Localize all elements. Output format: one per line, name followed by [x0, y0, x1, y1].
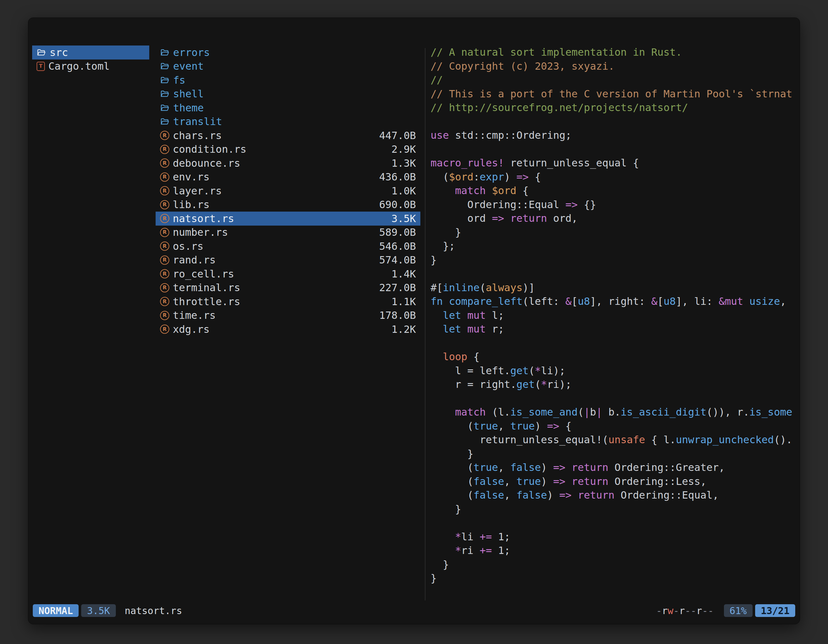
file-label: chars.rs: [173, 130, 222, 142]
file-label: number.rs: [173, 226, 228, 238]
rust-file-icon: R: [160, 214, 169, 223]
file-row-fs[interactable]: fs: [155, 73, 420, 87]
rust-file-icon: R: [160, 241, 169, 251]
code-line-25: r = right.get(*ri);: [431, 378, 800, 392]
toml-file-icon: T: [37, 62, 45, 71]
code-line-32: (false, true) => return Ordering::Less,: [431, 475, 800, 489]
code-line-5: // http://sourcefrog.net/projects/natsor…: [431, 101, 800, 115]
file-label: event: [173, 60, 204, 72]
code-line-24: l = left.get(*li);: [431, 364, 800, 378]
code-line-18: #[inline(always)]: [431, 281, 800, 295]
mode-badge: NORMAL: [33, 604, 78, 617]
code-line-11: match $ord {: [431, 184, 800, 198]
file-row-errors[interactable]: errors: [155, 45, 420, 60]
file-row-xdg.rs[interactable]: Rxdg.rs1.2K: [155, 322, 420, 336]
rust-file-icon: R: [160, 172, 169, 182]
cursor-position-badge: 13/21: [755, 604, 795, 617]
file-row-debounce.rs[interactable]: Rdebounce.rs1.3K: [155, 156, 420, 170]
code-line-36: *li += 1;: [431, 530, 800, 544]
file-label: debounce.rs: [173, 157, 240, 169]
rust-file-icon: R: [160, 200, 169, 209]
file-row-natsort.rs[interactable]: Rnatsort.rs3.5K: [155, 212, 420, 226]
file-manager-panes: srcTCargo.toml errorseventfsshellthemetr…: [28, 18, 800, 604]
status-bar: NORMAL 3.5K natsort.rs -rw-r--r-- 61% 13…: [33, 604, 795, 617]
file-size: 574.0B: [379, 254, 416, 266]
file-size: 690.0B: [379, 199, 416, 211]
code-line-22: [431, 336, 800, 350]
file-row-translit[interactable]: translit: [155, 115, 420, 129]
file-label: rand.rs: [173, 254, 216, 266]
code-line-7: use std::cmp::Ordering;: [431, 128, 800, 143]
code-line-15: };: [431, 239, 800, 253]
code-line-13: ord => return ord,: [431, 212, 800, 226]
rust-file-icon: R: [160, 283, 169, 292]
file-row-chars.rs[interactable]: Rchars.rs447.0B: [155, 128, 420, 143]
code-line-28: (true, true) => {: [431, 419, 800, 433]
parent-pane: srcTCargo.toml: [32, 45, 149, 604]
code-line-16: }: [431, 253, 800, 267]
file-row-env.rs[interactable]: Renv.rs436.0B: [155, 170, 420, 184]
rust-file-icon: R: [160, 311, 169, 320]
code-line-35: [431, 516, 800, 530]
file-label: lib.rs: [173, 199, 210, 211]
file-row-shell[interactable]: shell: [155, 87, 420, 101]
code-line-1: // A natural sort implementation in Rust…: [431, 45, 800, 60]
file-label: condition.rs: [173, 143, 246, 155]
file-size: 178.0B: [379, 309, 416, 321]
file-row-layer.rs[interactable]: Rlayer.rs1.0K: [155, 184, 420, 198]
file-label: ro_cell.rs: [173, 268, 234, 280]
code-line-26: [431, 392, 800, 406]
file-row-event[interactable]: event: [155, 60, 420, 74]
file-size: 447.0B: [379, 130, 416, 142]
file-row-ro_cell.rs[interactable]: Rro_cell.rs1.4K: [155, 267, 420, 281]
file-label: translit: [173, 116, 222, 128]
file-size: 1.0K: [391, 185, 416, 197]
folder-icon: [160, 89, 169, 99]
file-row-terminal.rs[interactable]: Rterminal.rs227.0B: [155, 281, 420, 295]
file-row-throttle.rs[interactable]: Rthrottle.rs1.1K: [155, 295, 420, 309]
file-label: throttle.rs: [173, 296, 240, 308]
folder-icon: [160, 103, 169, 113]
code-line-10: ($ord:expr) => {: [431, 170, 800, 184]
pane-divider: [425, 48, 425, 600]
code-line-23: loop {: [431, 350, 800, 364]
code-line-9: macro_rules! return_unless_equal {: [431, 156, 800, 170]
code-line-30: }: [431, 447, 800, 461]
code-line-33: (false, false) => return Ordering::Equal…: [431, 489, 800, 502]
file-size: 1.1K: [391, 296, 416, 308]
file-row-lib.rs[interactable]: Rlib.rs690.0B: [155, 198, 420, 212]
folder-icon: [160, 48, 169, 57]
scroll-percent-badge: 61%: [724, 604, 753, 617]
code-line-21: let mut r;: [431, 322, 800, 336]
rust-file-icon: R: [160, 158, 169, 168]
code-line-38: }: [431, 558, 800, 572]
rust-file-icon: R: [160, 255, 169, 265]
file-label: terminal.rs: [173, 282, 240, 294]
file-row-rand.rs[interactable]: Rrand.rs574.0B: [155, 253, 420, 267]
file-row-number.rs[interactable]: Rnumber.rs589.0B: [155, 226, 420, 240]
code-line-3: //: [431, 73, 800, 87]
status-filename: natsort.rs: [125, 605, 182, 616]
file-row-os.rs[interactable]: Ros.rs546.0B: [155, 239, 420, 253]
file-row-Cargo.toml[interactable]: TCargo.toml: [32, 60, 149, 74]
file-row-time.rs[interactable]: Rtime.rs178.0B: [155, 309, 420, 323]
file-row-theme[interactable]: theme: [155, 101, 420, 115]
preview-pane: // A natural sort implementation in Rust…: [430, 45, 800, 604]
rust-file-icon: R: [160, 145, 169, 154]
file-label: env.rs: [173, 171, 210, 183]
file-row-src[interactable]: src: [32, 45, 149, 60]
folder-icon: [160, 61, 169, 71]
code-line-20: let mut l;: [431, 309, 800, 323]
code-line-29: return_unless_equal!(unsafe { l.unwrap_u…: [431, 433, 800, 447]
code-line-31: (true, false) => return Ordering::Greate…: [431, 461, 800, 475]
file-row-condition.rs[interactable]: Rcondition.rs2.9K: [155, 143, 420, 157]
file-label: src: [50, 47, 68, 58]
code-line-12: Ordering::Equal => {}: [431, 198, 800, 212]
file-label: shell: [173, 88, 204, 100]
folder-icon: [160, 75, 169, 85]
file-label: natsort.rs: [173, 213, 234, 225]
code-line-19: fn compare_left(left: &[u8], right: &[u8…: [431, 295, 800, 309]
rust-file-icon: R: [160, 228, 169, 237]
file-label: errors: [173, 47, 210, 58]
file-size: 589.0B: [379, 226, 416, 238]
